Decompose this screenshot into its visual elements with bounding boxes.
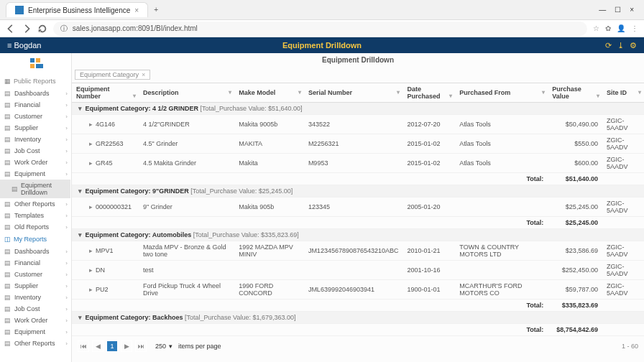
svg-rect-0 xyxy=(15,6,24,14)
expand-icon[interactable]: ▸ xyxy=(89,203,93,210)
my-reports-section[interactable]: ◫ My Reports xyxy=(0,233,71,246)
menu-icon[interactable]: ⋮ xyxy=(631,24,638,32)
sidebar-item-financial[interactable]: ▤Financial› xyxy=(0,257,71,269)
group-header-row[interactable]: ▾ Equipment Category: 9"GRINDER [Total_P… xyxy=(72,185,644,198)
column-header[interactable]: Serial Number▾ xyxy=(304,83,403,103)
minimize-icon[interactable]: — xyxy=(599,6,606,14)
pager-next-icon[interactable]: ▶ xyxy=(121,340,132,352)
table-row[interactable]: ▸GR225634.5" GrinderMAKITAM22563212015-0… xyxy=(72,134,644,154)
filter-icon[interactable]: ▾ xyxy=(397,89,400,96)
chevron-right-icon: › xyxy=(65,136,68,143)
column-header[interactable]: Purchased From▾ xyxy=(455,83,548,103)
browser-address-bar: ⓘ sales.jonasapp.com:8091/BI/index.html … xyxy=(0,20,644,37)
column-header[interactable]: Equipment Number▾ xyxy=(72,83,139,103)
expand-icon[interactable]: ▸ xyxy=(89,140,93,147)
menu-toggle-icon[interactable]: ≡ Bogdan xyxy=(7,41,41,50)
sidebar-item-work-order[interactable]: ▤Work Order› xyxy=(0,157,71,168)
expand-icon[interactable]: ▸ xyxy=(89,159,93,167)
table-row[interactable]: ▸4G1464 1/2"GRINDERMakita 9005b343522201… xyxy=(72,115,644,134)
report-icon: ▤ xyxy=(4,159,12,166)
sidebar-item-dashboards[interactable]: ▤Dashboards› xyxy=(0,246,71,257)
filter-icon[interactable]: ▾ xyxy=(229,89,231,96)
pager-last-icon[interactable]: ⏭ xyxy=(135,340,147,352)
export-icon[interactable]: ⤓ xyxy=(617,41,624,50)
filter-icon[interactable]: ▾ xyxy=(542,89,545,96)
sidebar-item-label: Other Reports xyxy=(14,340,55,347)
group-header-row[interactable]: ▾ Equipment Category: Automobiles [Total… xyxy=(72,229,644,241)
maximize-icon[interactable]: ☐ xyxy=(615,6,621,14)
chevron-down-icon[interactable]: ▾ xyxy=(169,343,172,350)
filter-icon[interactable]: ▾ xyxy=(597,93,599,99)
star-icon[interactable]: ☆ xyxy=(593,24,599,32)
filter-icon[interactable]: ▾ xyxy=(638,89,641,96)
sidebar-item-financial[interactable]: ▤Financial› xyxy=(0,99,71,111)
filter-icon[interactable]: ▾ xyxy=(298,89,301,96)
table-row[interactable]: ▸PU2Ford Pickup Truck 4 Wheel Drive1990 … xyxy=(72,280,644,300)
sidebar-item-dashboards[interactable]: ▤Dashboards› xyxy=(0,88,71,99)
forward-icon[interactable] xyxy=(22,24,32,34)
group-header-row[interactable]: ▾ Equipment Category: Backhoes [Total_Pu… xyxy=(72,312,644,324)
column-label: Serial Number xyxy=(308,89,352,96)
pager-page[interactable]: 1 xyxy=(106,340,118,352)
sidebar-item-inventory[interactable]: ▤Inventory› xyxy=(0,134,71,145)
chevron-right-icon: › xyxy=(65,294,68,301)
pager-prev-icon[interactable]: ◀ xyxy=(92,340,104,352)
collapse-icon[interactable]: ▾ xyxy=(76,105,83,112)
refresh-icon[interactable]: ⟳ xyxy=(605,41,612,50)
app-favicon-icon xyxy=(15,6,24,14)
sidebar-item-job-cost[interactable]: ▤Job Cost› xyxy=(0,303,71,315)
pager-first-icon[interactable]: ⏮ xyxy=(78,340,89,352)
sidebar-item-customer[interactable]: ▤Customer› xyxy=(0,269,71,280)
sidebar-item-equipment-drilldown[interactable]: ▤Equipment Drilldown xyxy=(0,180,71,198)
chevron-right-icon: › xyxy=(65,260,68,266)
expand-icon[interactable]: ▸ xyxy=(89,266,93,274)
collapse-icon[interactable]: ▾ xyxy=(76,314,83,321)
column-header[interactable]: Description▾ xyxy=(139,83,234,103)
column-header[interactable]: Site ID▾ xyxy=(602,83,644,103)
back-icon[interactable] xyxy=(6,24,16,34)
chevron-right-icon: › xyxy=(65,90,68,97)
filter-icon[interactable]: ▾ xyxy=(133,93,136,99)
close-tab-icon[interactable]: × xyxy=(134,6,139,14)
sidebar-item-old-reports[interactable]: ▤Old Reports› xyxy=(0,221,71,233)
column-header[interactable]: Purchase Value▾ xyxy=(548,83,602,103)
table-row[interactable]: ▸MPV1Mazda MPV - Bronze & Gold two tone1… xyxy=(72,241,644,261)
sidebar-item-customer[interactable]: ▤Customer› xyxy=(0,111,71,122)
sidebar-item-supplier[interactable]: ▤Supplier› xyxy=(0,280,71,292)
close-window-icon[interactable]: × xyxy=(630,6,634,14)
table-row[interactable]: ▸GR454.5 Makita GrinderMakitaM99532015-0… xyxy=(72,154,644,173)
url-field[interactable]: ⓘ sales.jonasapp.com:8091/BI/index.html xyxy=(53,22,587,36)
table-row[interactable]: ▸DNtest2001-10-16$252,450.00ZGIC-5AADV xyxy=(72,261,644,280)
sidebar-item-other-reports[interactable]: ▤Other Reports› xyxy=(0,198,71,210)
column-header[interactable]: Date Purchased▾ xyxy=(402,83,455,103)
sidebar-item-job-cost[interactable]: ▤Job Cost› xyxy=(0,145,71,157)
profile-icon[interactable]: 👤 xyxy=(617,24,625,32)
collapse-icon[interactable]: ▾ xyxy=(76,231,83,238)
expand-icon[interactable]: ▸ xyxy=(89,121,93,128)
table-row[interactable]: ▸00000003219" GrinderMakita 905b12334520… xyxy=(72,198,644,217)
sidebar-item-inventory[interactable]: ▤Inventory› xyxy=(0,292,71,303)
sidebar-item-equipment[interactable]: ▤Equipment› xyxy=(0,326,71,338)
sidebar-item-supplier[interactable]: ▤Supplier› xyxy=(0,122,71,134)
sidebar-item-other-reports[interactable]: ▤Other Reports› xyxy=(0,338,71,349)
reload-icon[interactable] xyxy=(37,24,47,34)
settings-icon[interactable]: ⚙ xyxy=(630,41,637,50)
sidebar-item-label: Job Cost xyxy=(14,147,40,154)
sidebar-item-work-order[interactable]: ▤Work Order› xyxy=(0,315,71,326)
browser-tab[interactable]: Enterprise Business Intelligence × xyxy=(6,2,148,17)
extension-icon[interactable]: ✿ xyxy=(605,24,611,32)
sidebar-item-equipment[interactable]: ▤Equipment› xyxy=(0,168,71,180)
page-size[interactable]: 250 xyxy=(155,343,166,350)
collapse-icon[interactable]: ▾ xyxy=(76,187,83,195)
expand-icon[interactable]: ▸ xyxy=(89,247,93,254)
group-header-row[interactable]: ▾ Equipment Category: 4 1/2 GRINDER [Tot… xyxy=(72,103,644,115)
filter-icon[interactable]: ▾ xyxy=(449,93,452,99)
remove-filter-icon[interactable]: × xyxy=(142,71,145,78)
new-tab-button[interactable]: + xyxy=(154,6,158,14)
public-reports-section[interactable]: ▦ Public Reports xyxy=(0,75,71,88)
sidebar-item-templates[interactable]: ▤Templates› xyxy=(0,210,71,221)
filter-chip[interactable]: Equipment Category× xyxy=(75,70,150,80)
expand-icon[interactable]: ▸ xyxy=(89,286,93,293)
report-icon: ▤ xyxy=(4,340,12,347)
column-header[interactable]: Make Model▾ xyxy=(234,83,304,103)
